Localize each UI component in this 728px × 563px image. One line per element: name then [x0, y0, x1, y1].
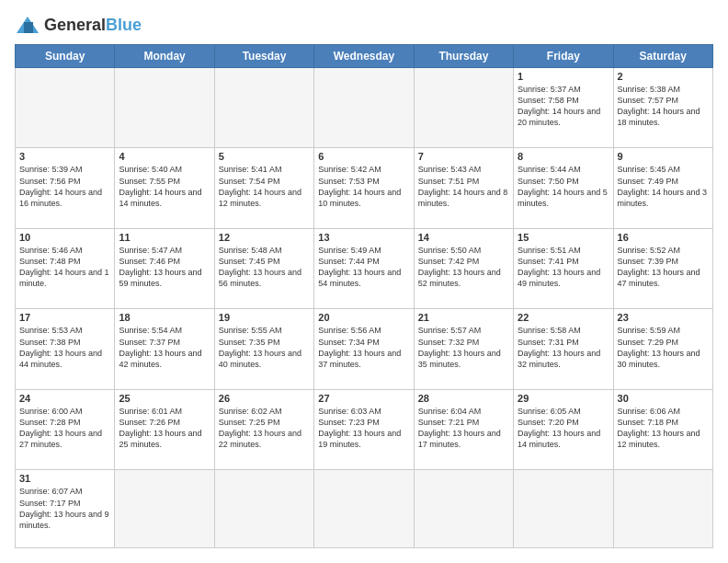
day-info: Sunrise: 6:01 AM Sunset: 7:26 PM Dayligh… [119, 406, 210, 451]
calendar-cell: 18Sunrise: 5:54 AM Sunset: 7:37 PM Dayli… [115, 309, 214, 389]
day-number: 27 [318, 393, 409, 404]
calendar-cell: 13Sunrise: 5:49 AM Sunset: 7:44 PM Dayli… [314, 228, 414, 308]
day-info: Sunrise: 5:52 AM Sunset: 7:39 PM Dayligh… [618, 245, 709, 290]
day-number: 9 [618, 151, 709, 162]
day-number: 13 [318, 232, 409, 243]
day-number: 23 [618, 312, 709, 323]
page: GeneralBlue SundayMondayTuesdayWednesday… [0, 0, 728, 563]
calendar-cell: 29Sunrise: 6:05 AM Sunset: 7:20 PM Dayli… [514, 389, 613, 469]
calendar-cell: 20Sunrise: 5:56 AM Sunset: 7:34 PM Dayli… [314, 309, 414, 389]
day-number: 4 [119, 151, 210, 162]
day-number: 7 [418, 151, 509, 162]
calendar-day-header: Thursday [414, 45, 513, 68]
calendar-week-row: 1Sunrise: 5:37 AM Sunset: 7:58 PM Daylig… [16, 68, 713, 148]
day-info: Sunrise: 5:47 AM Sunset: 7:46 PM Dayligh… [119, 245, 210, 290]
header: GeneralBlue [15, 15, 713, 35]
calendar-cell [214, 470, 313, 548]
day-info: Sunrise: 5:41 AM Sunset: 7:54 PM Dayligh… [219, 164, 310, 209]
day-info: Sunrise: 5:38 AM Sunset: 7:57 PM Dayligh… [618, 84, 709, 129]
calendar-cell [115, 68, 214, 148]
calendar-cell: 25Sunrise: 6:01 AM Sunset: 7:26 PM Dayli… [115, 389, 214, 469]
day-info: Sunrise: 5:39 AM Sunset: 7:56 PM Dayligh… [19, 164, 110, 209]
calendar-cell: 2Sunrise: 5:38 AM Sunset: 7:57 PM Daylig… [613, 68, 712, 148]
calendar-week-row: 3Sunrise: 5:39 AM Sunset: 7:56 PM Daylig… [16, 148, 713, 228]
calendar-cell: 5Sunrise: 5:41 AM Sunset: 7:54 PM Daylig… [214, 148, 313, 228]
calendar-cell [414, 68, 513, 148]
day-number: 22 [518, 312, 609, 323]
day-number: 29 [518, 393, 609, 404]
calendar-cell: 31Sunrise: 6:07 AM Sunset: 7:17 PM Dayli… [16, 470, 115, 548]
day-number: 21 [418, 312, 509, 323]
calendar-cell: 23Sunrise: 5:59 AM Sunset: 7:29 PM Dayli… [613, 309, 712, 389]
calendar-cell: 7Sunrise: 5:43 AM Sunset: 7:51 PM Daylig… [414, 148, 513, 228]
day-info: Sunrise: 5:54 AM Sunset: 7:37 PM Dayligh… [119, 325, 210, 370]
calendar-day-header: Monday [115, 45, 214, 68]
day-info: Sunrise: 5:44 AM Sunset: 7:50 PM Dayligh… [518, 164, 609, 209]
day-info: Sunrise: 5:46 AM Sunset: 7:48 PM Dayligh… [19, 245, 110, 290]
calendar-week-row: 10Sunrise: 5:46 AM Sunset: 7:48 PM Dayli… [16, 228, 713, 308]
calendar-cell: 17Sunrise: 5:53 AM Sunset: 7:38 PM Dayli… [16, 309, 115, 389]
calendar-week-row: 24Sunrise: 6:00 AM Sunset: 7:28 PM Dayli… [16, 389, 713, 469]
calendar-cell: 15Sunrise: 5:51 AM Sunset: 7:41 PM Dayli… [514, 228, 613, 308]
day-number: 10 [19, 232, 110, 243]
day-number: 5 [219, 151, 310, 162]
day-info: Sunrise: 6:07 AM Sunset: 7:17 PM Dayligh… [19, 486, 110, 531]
calendar-cell: 1Sunrise: 5:37 AM Sunset: 7:58 PM Daylig… [514, 68, 613, 148]
day-number: 2 [618, 71, 709, 82]
calendar-cell: 28Sunrise: 6:04 AM Sunset: 7:21 PM Dayli… [414, 389, 513, 469]
day-info: Sunrise: 6:06 AM Sunset: 7:18 PM Dayligh… [618, 406, 709, 451]
calendar-cell: 6Sunrise: 5:42 AM Sunset: 7:53 PM Daylig… [314, 148, 414, 228]
calendar-cell [314, 68, 414, 148]
calendar-cell: 30Sunrise: 6:06 AM Sunset: 7:18 PM Dayli… [613, 389, 712, 469]
day-number: 6 [318, 151, 409, 162]
calendar-cell: 3Sunrise: 5:39 AM Sunset: 7:56 PM Daylig… [16, 148, 115, 228]
calendar-cell: 4Sunrise: 5:40 AM Sunset: 7:55 PM Daylig… [115, 148, 214, 228]
calendar-cell: 16Sunrise: 5:52 AM Sunset: 7:39 PM Dayli… [613, 228, 712, 308]
day-number: 30 [618, 393, 709, 404]
logo-icon [15, 15, 40, 35]
calendar-cell: 10Sunrise: 5:46 AM Sunset: 7:48 PM Dayli… [16, 228, 115, 308]
day-number: 15 [518, 232, 609, 243]
day-number: 31 [19, 473, 110, 484]
day-info: Sunrise: 6:05 AM Sunset: 7:20 PM Dayligh… [518, 406, 609, 451]
calendar-cell: 9Sunrise: 5:45 AM Sunset: 7:49 PM Daylig… [613, 148, 712, 228]
day-number: 11 [119, 232, 210, 243]
calendar-cell: 21Sunrise: 5:57 AM Sunset: 7:32 PM Dayli… [414, 309, 513, 389]
calendar-cell [514, 470, 613, 548]
day-info: Sunrise: 5:59 AM Sunset: 7:29 PM Dayligh… [618, 325, 709, 370]
day-number: 1 [518, 71, 609, 82]
day-number: 14 [418, 232, 509, 243]
day-info: Sunrise: 5:45 AM Sunset: 7:49 PM Dayligh… [618, 164, 709, 209]
day-number: 28 [418, 393, 509, 404]
calendar-cell [613, 470, 712, 548]
day-number: 25 [119, 393, 210, 404]
day-info: Sunrise: 5:42 AM Sunset: 7:53 PM Dayligh… [318, 164, 409, 209]
day-info: Sunrise: 5:49 AM Sunset: 7:44 PM Dayligh… [318, 245, 409, 290]
svg-marker-1 [24, 22, 33, 33]
day-info: Sunrise: 5:55 AM Sunset: 7:35 PM Dayligh… [219, 325, 310, 370]
day-number: 24 [19, 393, 110, 404]
day-info: Sunrise: 5:40 AM Sunset: 7:55 PM Dayligh… [119, 164, 210, 209]
calendar-cell: 27Sunrise: 6:03 AM Sunset: 7:23 PM Dayli… [314, 389, 414, 469]
day-info: Sunrise: 6:02 AM Sunset: 7:25 PM Dayligh… [219, 406, 310, 451]
calendar-cell [16, 68, 115, 148]
calendar-week-row: 31Sunrise: 6:07 AM Sunset: 7:17 PM Dayli… [16, 470, 713, 548]
day-info: Sunrise: 6:04 AM Sunset: 7:21 PM Dayligh… [418, 406, 509, 451]
calendar-day-header: Saturday [613, 45, 712, 68]
day-info: Sunrise: 6:03 AM Sunset: 7:23 PM Dayligh… [318, 406, 409, 451]
day-info: Sunrise: 5:43 AM Sunset: 7:51 PM Dayligh… [418, 164, 509, 209]
logo-text: GeneralBlue [44, 16, 142, 35]
calendar-day-header: Friday [514, 45, 613, 68]
calendar-day-header: Sunday [16, 45, 115, 68]
calendar-cell: 26Sunrise: 6:02 AM Sunset: 7:25 PM Dayli… [214, 389, 313, 469]
calendar-cell [414, 470, 513, 548]
calendar-week-row: 17Sunrise: 5:53 AM Sunset: 7:38 PM Dayli… [16, 309, 713, 389]
calendar-cell: 19Sunrise: 5:55 AM Sunset: 7:35 PM Dayli… [214, 309, 313, 389]
day-info: Sunrise: 5:53 AM Sunset: 7:38 PM Dayligh… [19, 325, 110, 370]
day-info: Sunrise: 5:50 AM Sunset: 7:42 PM Dayligh… [418, 245, 509, 290]
calendar-day-header: Tuesday [214, 45, 313, 68]
calendar-cell: 22Sunrise: 5:58 AM Sunset: 7:31 PM Dayli… [514, 309, 613, 389]
day-number: 3 [19, 151, 110, 162]
day-number: 16 [618, 232, 709, 243]
calendar-cell [115, 470, 214, 548]
